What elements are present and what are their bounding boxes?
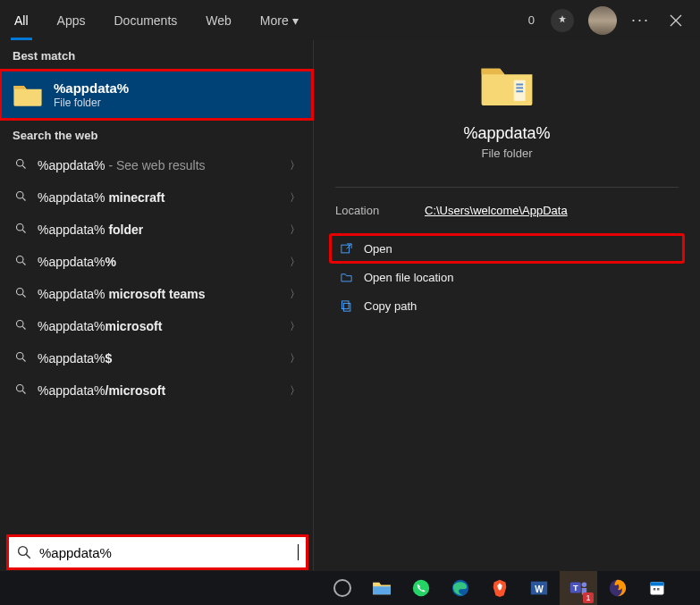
svg-point-25 xyxy=(413,580,429,596)
tab-more[interactable]: More ▾ xyxy=(246,0,313,40)
web-results-list: %appdata% - See web results〉%appdata% mi… xyxy=(0,149,313,407)
tab-all[interactable]: All xyxy=(0,0,43,40)
taskbar: WT1 xyxy=(0,571,700,605)
close-button[interactable] xyxy=(664,9,687,32)
svg-line-3 xyxy=(22,197,25,200)
action-open[interactable]: Open xyxy=(330,234,684,263)
taskbar-edge[interactable] xyxy=(442,571,479,605)
web-result-item[interactable]: %appdata%/microsoft〉 xyxy=(0,374,313,407)
text-caret xyxy=(298,544,299,560)
tab-label: Apps xyxy=(57,13,86,28)
svg-rect-20 xyxy=(341,245,349,253)
svg-point-0 xyxy=(16,159,23,166)
action-label: Open file location xyxy=(364,271,453,284)
web-result-label: %appdata%microsoft xyxy=(38,319,283,333)
results-panel: Best match %appdata% File folder Search … xyxy=(0,40,313,605)
web-result-label: %appdata%/microsoft xyxy=(38,383,283,398)
best-match-text: %appdata% File folder xyxy=(54,80,129,109)
chevron-right-icon: 〉 xyxy=(290,383,300,399)
web-result-item[interactable]: %appdata%microsoft〉 xyxy=(0,310,313,342)
taskbar-word[interactable]: W xyxy=(520,571,558,605)
search-web-header: Search the web xyxy=(0,120,313,149)
chevron-right-icon: 〉 xyxy=(290,158,300,173)
tab-label: Documents xyxy=(114,13,177,28)
chevron-down-icon: ▾ xyxy=(292,13,299,28)
svg-line-11 xyxy=(22,326,25,329)
web-result-item[interactable]: %appdata%$〉 xyxy=(0,342,313,374)
svg-point-14 xyxy=(16,384,23,391)
search-icon xyxy=(13,286,29,303)
web-result-item[interactable]: %appdata% microsoft teams〉 xyxy=(0,278,313,310)
search-bar[interactable] xyxy=(9,537,306,567)
web-result-label: %appdata% - See web results xyxy=(38,158,283,172)
search-input[interactable] xyxy=(32,545,299,560)
svg-text:T: T xyxy=(573,584,578,592)
svg-rect-19 xyxy=(516,90,523,92)
search-icon xyxy=(13,382,29,399)
best-match-subtitle: File folder xyxy=(54,97,129,109)
svg-rect-18 xyxy=(516,87,523,88)
action-label: Copy path xyxy=(364,299,417,313)
action-open-file-location[interactable]: Open file location xyxy=(330,263,684,291)
search-icon xyxy=(16,544,32,560)
svg-line-15 xyxy=(22,391,25,393)
svg-point-31 xyxy=(582,583,587,588)
location-row: Location C:\Users\welcome\AppData xyxy=(314,188,700,233)
search-icon xyxy=(13,157,29,174)
taskbar-file-explorer[interactable] xyxy=(363,571,401,605)
web-result-item[interactable]: %appdata% minecraft〉 xyxy=(0,181,313,214)
svg-rect-21 xyxy=(343,303,350,311)
svg-point-12 xyxy=(16,352,23,359)
tab-documents[interactable]: Documents xyxy=(99,0,191,40)
search-icon xyxy=(13,318,29,335)
badge: 1 xyxy=(583,592,594,603)
folder-icon xyxy=(13,81,43,108)
search-icon xyxy=(13,189,29,206)
svg-point-4 xyxy=(16,223,23,231)
rewards-icon[interactable] xyxy=(551,9,574,32)
tab-apps[interactable]: Apps xyxy=(43,0,100,40)
svg-line-1 xyxy=(22,165,25,168)
location-value[interactable]: C:\Users\welcome\AppData xyxy=(425,204,568,217)
svg-line-9 xyxy=(22,294,25,297)
chevron-right-icon: 〉 xyxy=(290,287,300,302)
chevron-right-icon: 〉 xyxy=(290,223,300,238)
svg-line-5 xyxy=(22,230,25,232)
folder-icon xyxy=(479,62,535,108)
taskbar-whatsapp[interactable] xyxy=(402,571,440,605)
best-match-item[interactable]: %appdata% File folder xyxy=(0,70,313,120)
tab-label: More xyxy=(260,13,289,28)
web-result-label: %appdata%% xyxy=(38,255,283,269)
svg-point-10 xyxy=(16,320,23,327)
tab-bar: All Apps Documents Web More ▾ 0 ··· xyxy=(0,0,700,40)
avatar[interactable] xyxy=(588,6,617,35)
svg-point-6 xyxy=(16,256,23,263)
chevron-right-icon: 〉 xyxy=(290,255,300,270)
search-icon xyxy=(13,254,29,271)
taskbar-brave[interactable] xyxy=(481,571,519,605)
svg-rect-36 xyxy=(657,588,660,591)
svg-line-24 xyxy=(26,554,30,559)
taskbar-cortana[interactable] xyxy=(324,571,361,605)
rewards-count: 0 xyxy=(528,13,535,27)
location-label: Location xyxy=(335,204,425,217)
search-icon xyxy=(13,222,29,239)
action-copy-path[interactable]: Copy path xyxy=(330,291,684,320)
tab-web[interactable]: Web xyxy=(191,0,246,40)
preview-title: %appdata% xyxy=(463,124,550,143)
tab-label: All xyxy=(14,13,29,28)
more-options-icon[interactable]: ··· xyxy=(631,11,650,29)
taskbar-calendar[interactable] xyxy=(638,571,676,605)
copy-icon xyxy=(339,298,353,313)
web-result-label: %appdata%$ xyxy=(38,351,283,366)
web-result-item[interactable]: %appdata%%〉 xyxy=(0,246,313,278)
web-result-item[interactable]: %appdata% folder〉 xyxy=(0,214,313,246)
chevron-right-icon: 〉 xyxy=(290,351,300,366)
web-result-item[interactable]: %appdata% - See web results〉 xyxy=(0,149,313,181)
taskbar-firefox[interactable] xyxy=(599,571,637,605)
svg-text:W: W xyxy=(535,584,544,594)
best-match-title: %appdata% xyxy=(54,80,129,96)
taskbar-teams[interactable]: T1 xyxy=(560,571,597,605)
svg-line-13 xyxy=(22,358,25,361)
chevron-right-icon: 〉 xyxy=(290,190,300,206)
